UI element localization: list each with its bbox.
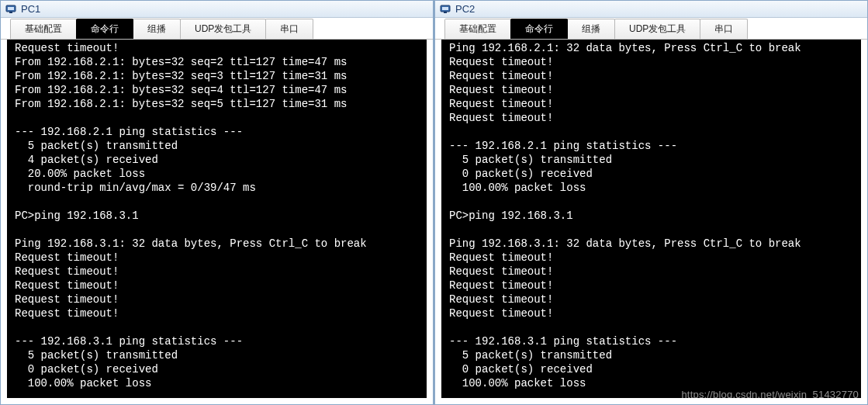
- window-title: PC1: [21, 3, 40, 15]
- svg-rect-2: [9, 12, 12, 13]
- tab-cli[interactable]: 命令行: [510, 19, 568, 39]
- titlebar[interactable]: PC2: [435, 1, 867, 18]
- tab-multicast[interactable]: 组播: [567, 19, 615, 39]
- tab-serial[interactable]: 串口: [700, 19, 748, 39]
- svg-rect-4: [442, 7, 448, 10]
- tab-basic-config[interactable]: 基础配置: [444, 19, 511, 39]
- tabbar: 基础配置 命令行 组播 UDP发包工具 串口: [435, 18, 867, 40]
- pc-icon: [5, 4, 16, 15]
- pc-icon: [440, 4, 451, 15]
- svg-rect-5: [444, 12, 447, 13]
- window-title: PC2: [455, 3, 475, 15]
- svg-rect-1: [8, 7, 14, 10]
- tab-multicast[interactable]: 组播: [133, 19, 181, 39]
- window-pc2: PC2 基础配置 命令行 组播 UDP发包工具 串口 Ping 192.168.…: [434, 0, 868, 405]
- tab-basic-config[interactable]: 基础配置: [10, 19, 77, 39]
- titlebar[interactable]: PC1: [1, 1, 433, 18]
- terminal-output[interactable]: Ping 192.168.2.1: 32 data bytes, Press C…: [441, 40, 861, 398]
- tab-udp-tool[interactable]: UDP发包工具: [180, 19, 266, 39]
- tab-serial[interactable]: 串口: [265, 19, 313, 39]
- tabbar: 基础配置 命令行 组播 UDP发包工具 串口: [1, 18, 433, 40]
- terminal-output[interactable]: Request timeout! From 192.168.2.1: bytes…: [7, 40, 427, 398]
- tab-udp-tool[interactable]: UDP发包工具: [614, 19, 700, 39]
- window-pc1: PC1 基础配置 命令行 组播 UDP发包工具 串口 Request timeo…: [0, 0, 434, 405]
- tab-cli[interactable]: 命令行: [76, 19, 133, 39]
